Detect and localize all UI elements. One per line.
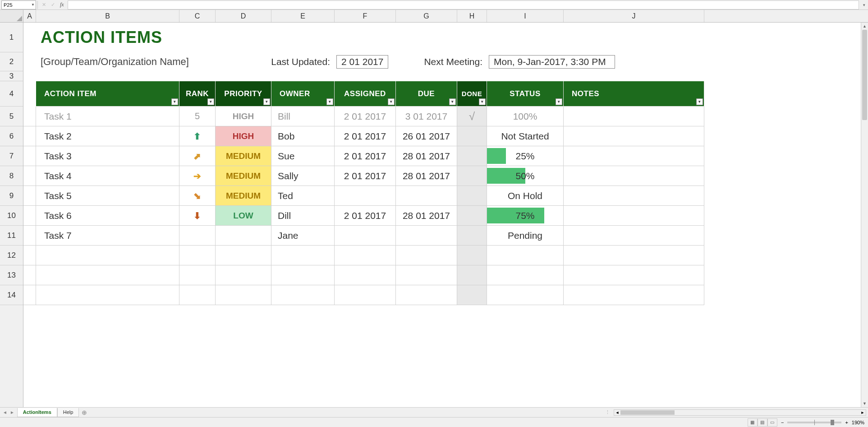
filter-dropdown-icon[interactable]: ▼ <box>326 98 333 105</box>
table-row[interactable] <box>23 246 868 265</box>
priority-cell[interactable]: HIGH <box>216 126 271 146</box>
name-box-dropdown-icon[interactable]: ▼ <box>31 3 35 7</box>
rank-cell[interactable]: ➔ <box>179 166 216 186</box>
filter-dropdown-icon[interactable]: ▼ <box>696 98 703 105</box>
notes-cell[interactable] <box>564 186 704 206</box>
status-cell[interactable]: 100% <box>487 107 564 126</box>
task-name-cell[interactable]: Task 4 <box>36 166 179 186</box>
row-header-2[interactable]: 2 <box>0 52 23 71</box>
normal-view-icon[interactable]: ▦ <box>748 418 758 427</box>
done-cell[interactable] <box>457 186 487 206</box>
row-header-3[interactable]: 3 <box>0 71 23 81</box>
row-header-7[interactable]: 7 <box>0 146 23 166</box>
status-cell[interactable]: Not Started <box>487 126 564 146</box>
name-box[interactable]: P25 ▼ <box>1 0 36 9</box>
table-row[interactable] <box>23 285 868 305</box>
rank-cell[interactable]: ⬈ <box>179 146 216 166</box>
status-cell[interactable]: 25% <box>487 146 564 166</box>
filter-dropdown-icon[interactable]: ▼ <box>556 98 562 105</box>
table-row[interactable]: Task 4➔MEDIUMSally2 01 201728 01 201750% <box>23 166 868 186</box>
done-cell[interactable] <box>457 146 487 166</box>
header-rank[interactable]: RANK▼ <box>179 81 216 107</box>
scroll-right-icon[interactable]: ► <box>859 410 866 415</box>
table-row[interactable]: Task 3⬈MEDIUMSue2 01 201728 01 201725% <box>23 146 868 166</box>
page-break-view-icon[interactable]: ▭ <box>767 418 777 427</box>
table-row[interactable]: Task 15HIGHBill2 01 20173 01 2017√100% <box>23 107 868 126</box>
task-name-cell[interactable]: Task 1 <box>36 107 179 126</box>
due-cell[interactable] <box>396 186 457 206</box>
due-cell[interactable]: 28 01 2017 <box>396 166 457 186</box>
table-row[interactable] <box>23 265 868 285</box>
header-due[interactable]: DUE▼ <box>396 81 457 107</box>
row-header-14[interactable]: 14 <box>0 285 23 305</box>
task-name-cell[interactable]: Task 3 <box>36 146 179 166</box>
row-header-4[interactable]: 4 <box>0 81 23 107</box>
row-3[interactable] <box>23 71 868 81</box>
table-row[interactable]: Task 6⬇LOWDill2 01 201728 01 201775% <box>23 206 868 226</box>
zoom-out-button[interactable]: − <box>781 420 784 425</box>
scroll-down-icon[interactable]: ▼ <box>861 400 868 407</box>
tab-nav-buttons[interactable]: ◄► <box>0 410 17 415</box>
assigned-cell[interactable] <box>335 186 396 206</box>
rank-cell[interactable]: ⬇ <box>179 206 216 226</box>
due-cell[interactable]: 28 01 2017 <box>396 146 457 166</box>
notes-cell[interactable] <box>564 166 704 186</box>
owner-cell[interactable]: Dill <box>271 206 335 226</box>
owner-cell[interactable]: Ted <box>271 186 335 206</box>
column-header-G[interactable]: G <box>396 10 457 22</box>
done-cell[interactable] <box>457 226 487 246</box>
column-header-A[interactable]: A <box>23 10 36 22</box>
priority-cell[interactable]: HIGH <box>216 107 271 126</box>
owner-cell[interactable]: Jane <box>271 226 335 246</box>
select-all-corner[interactable] <box>0 10 23 23</box>
zoom-slider-thumb[interactable] <box>831 420 834 425</box>
notes-cell[interactable] <box>564 126 704 146</box>
due-cell[interactable]: 3 01 2017 <box>396 107 457 126</box>
zoom-in-button[interactable]: + <box>845 420 848 425</box>
row-1[interactable]: ACTION ITEMS <box>23 23 868 52</box>
page-layout-view-icon[interactable]: ▤ <box>758 418 767 427</box>
rank-cell[interactable]: 5 <box>179 107 216 126</box>
expand-formula-bar-icon[interactable]: ▾ <box>860 0 868 9</box>
table-row[interactable]: Task 7JanePending <box>23 226 868 246</box>
owner-cell[interactable]: Sue <box>271 146 335 166</box>
cells[interactable]: ACTION ITEMS [Group/Team/Organization Na… <box>23 23 868 407</box>
zoom-level[interactable]: 190% <box>852 420 864 425</box>
notes-cell[interactable] <box>564 206 704 226</box>
row-header-10[interactable]: 10 <box>0 206 23 226</box>
owner-cell[interactable]: Bob <box>271 126 335 146</box>
rank-cell[interactable] <box>179 226 216 246</box>
view-mode-buttons[interactable]: ▦ ▤ ▭ <box>748 418 777 427</box>
column-header-H[interactable]: H <box>457 10 487 22</box>
owner-cell[interactable]: Bill <box>271 107 335 126</box>
row-header-12[interactable]: 12 <box>0 246 23 265</box>
header-notes[interactable]: NOTES▼ <box>564 81 704 107</box>
task-name-cell[interactable]: Task 6 <box>36 206 179 226</box>
column-header-J[interactable]: J <box>564 10 704 22</box>
formula-input[interactable] <box>68 0 859 9</box>
zoom-slider[interactable] <box>787 422 841 423</box>
column-header-F[interactable]: F <box>335 10 396 22</box>
filter-dropdown-icon[interactable]: ▼ <box>388 98 395 105</box>
header-status[interactable]: STATUS▼ <box>487 81 564 107</box>
scroll-thumb[interactable] <box>620 410 675 415</box>
done-cell[interactable] <box>457 206 487 226</box>
assigned-cell[interactable]: 2 01 2017 <box>335 146 396 166</box>
due-cell[interactable]: 26 01 2017 <box>396 126 457 146</box>
table-row[interactable]: Task 5⬊MEDIUMTedOn Hold <box>23 186 868 206</box>
status-cell[interactable]: 50% <box>487 166 564 186</box>
scroll-left-icon[interactable]: ◄ <box>614 410 620 415</box>
row-header-6[interactable]: 6 <box>0 126 23 146</box>
sheet-tab-help[interactable]: Help <box>57 408 79 417</box>
row-header-9[interactable]: 9 <box>0 186 23 206</box>
assigned-cell[interactable]: 2 01 2017 <box>335 166 396 186</box>
row-header-8[interactable]: 8 <box>0 166 23 186</box>
fx-icon[interactable]: fx <box>57 1 67 8</box>
filter-dropdown-icon[interactable]: ▼ <box>207 98 214 105</box>
rank-cell[interactable]: ⬊ <box>179 186 216 206</box>
column-header-C[interactable]: C <box>179 10 216 22</box>
notes-cell[interactable] <box>564 107 704 126</box>
table-row[interactable]: Task 2⬆HIGHBob2 01 201726 01 2017Not Sta… <box>23 126 868 146</box>
header-priority[interactable]: PRIORITY▼ <box>216 81 271 107</box>
row-header-13[interactable]: 13 <box>0 265 23 285</box>
